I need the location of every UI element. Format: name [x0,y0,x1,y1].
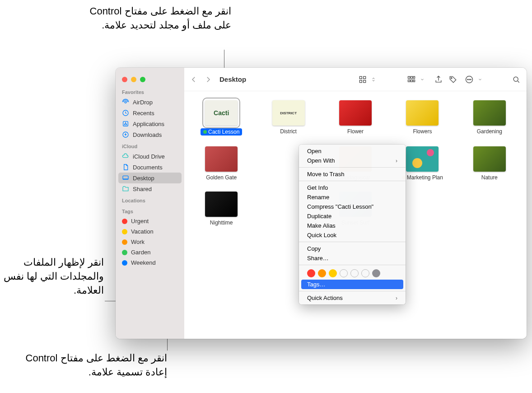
svg-rect-10 [411,76,412,78]
svg-rect-14 [413,80,415,81]
nav-back-button[interactable] [190,75,198,84]
tag-color-option[interactable] [340,269,348,277]
sidebar-item-desktop[interactable]: Desktop [118,173,182,183]
share-button[interactable] [434,75,443,84]
window-title: Desktop [219,75,246,83]
menu-copy[interactable]: Copy [299,244,406,253]
menu-rename[interactable]: Rename [299,192,406,202]
sidebar-item-recents[interactable]: Recents [116,108,184,118]
minimize-window-button[interactable] [131,77,136,82]
sidebar-item-applications[interactable]: Applications [116,118,184,129]
window-controls [116,71,184,86]
file-item[interactable]: Gardening [458,100,521,136]
nav-forward-button[interactable] [204,75,212,84]
sidebar-label: AirDrop [133,99,153,106]
file-thumbnail [473,100,506,126]
file-label: Cacti Lesson [201,128,242,136]
sidebar-item-airdrop[interactable]: AirDrop [116,97,184,108]
sidebar-item-downloads[interactable]: Downloads [116,129,184,140]
sidebar-tag-work[interactable]: Work [116,237,184,247]
ellipsis-circle-icon [464,75,474,84]
tag-color-option[interactable] [329,269,337,277]
sidebar-item-shared[interactable]: Shared [116,183,184,194]
context-menu: Open Open With› Move to Trash Get Info R… [299,145,406,304]
svg-rect-5 [359,76,362,79]
menu-separator [299,242,406,242]
file-thumbnail [406,146,439,172]
search-button[interactable] [511,75,521,84]
close-window-button[interactable] [122,77,127,82]
menu-move-to-trash[interactable]: Move to Trash [299,169,406,179]
file-item[interactable]: Nighttime [190,192,253,226]
file-item[interactable]: Flower [324,100,387,136]
file-item[interactable]: Flowers [391,100,454,136]
file-thumbnail [473,146,506,172]
airdrop-icon [122,98,129,106]
sidebar: Favorites AirDrop Recents Applications D… [116,68,184,339]
sidebar-tag-urgent[interactable]: Urgent [116,216,184,226]
menu-quick-look[interactable]: Quick Look [299,230,406,240]
sidebar-label: Vacation [131,228,154,235]
file-label: Nighttime [210,220,233,226]
menu-make-alias[interactable]: Make Alias [299,221,406,230]
view-mode-toggle[interactable] [356,74,380,85]
sidebar-tag-garden[interactable]: Garden [116,247,184,257]
tag-color-option[interactable] [307,269,315,277]
tag-button[interactable] [448,75,458,84]
desktop-icon [122,174,129,182]
main-area: Desktop CactiCacti LessonDISTRICTDistric… [184,68,527,339]
menu-quick-actions[interactable]: Quick Actions› [299,293,406,303]
svg-point-17 [467,79,468,80]
file-label: District [280,128,297,135]
file-label: Flower [347,128,364,135]
svg-rect-11 [413,76,415,78]
menu-separator [299,291,406,291]
tag-color-option[interactable] [350,269,359,277]
file-thumbnail: DISTRICT [272,100,305,126]
sidebar-item-icloud-drive[interactable]: iCloud Drive [116,151,184,162]
sidebar-item-documents[interactable]: Documents [116,162,184,173]
menu-duplicate[interactable]: Duplicate [299,211,406,221]
sidebar-label: Work [131,239,145,245]
chevron-right-icon: › [396,295,397,301]
menu-separator [299,265,406,265]
tag-dot-icon [122,239,127,245]
file-thumbnail [205,146,238,172]
file-item[interactable]: CactiCacti Lesson [190,100,253,136]
file-item[interactable]: Nature [458,146,521,181]
toolbar: Desktop [184,68,527,91]
menu-share[interactable]: Share… [299,253,406,263]
sidebar-tag-weekend[interactable]: Weekend [116,257,184,268]
menu-separator [299,167,406,168]
chevron-down-icon [475,75,485,84]
sidebar-label: iCloud Drive [133,153,165,160]
tag-color-option[interactable] [361,269,369,277]
sidebar-section-favorites: Favorites [116,86,184,97]
sidebar-label: Weekend [131,259,156,266]
menu-compress[interactable]: Compress "Cacti Lesson" [299,202,406,211]
tag-dot-icon [122,229,127,234]
svg-rect-6 [364,76,366,79]
svg-point-20 [513,77,518,81]
menu-tag-colors [299,267,406,280]
more-actions-button[interactable] [462,74,487,85]
tag-color-option[interactable] [372,269,380,277]
menu-tags[interactable]: Tags… [301,280,403,289]
group-by-toggle[interactable] [405,74,429,85]
chevron-right-icon: › [396,158,397,164]
menu-open-with[interactable]: Open With› [299,156,406,165]
file-item[interactable]: DISTRICTDistrict [257,100,320,136]
file-item[interactable]: Golden Gate [190,146,253,181]
sidebar-tag-vacation[interactable]: Vacation [116,226,184,237]
menu-get-info[interactable]: Get Info [299,183,406,192]
sidebar-label: Downloads [133,131,162,138]
maximize-window-button[interactable] [140,77,145,82]
tag-color-option[interactable] [318,269,326,277]
sidebar-label: Applications [133,121,164,127]
sidebar-label: Shared [133,186,152,192]
menu-open[interactable]: Open [299,146,406,156]
download-icon [122,131,129,138]
svg-rect-7 [359,80,362,82]
svg-rect-8 [364,80,366,82]
chevron-down-icon [417,75,427,84]
